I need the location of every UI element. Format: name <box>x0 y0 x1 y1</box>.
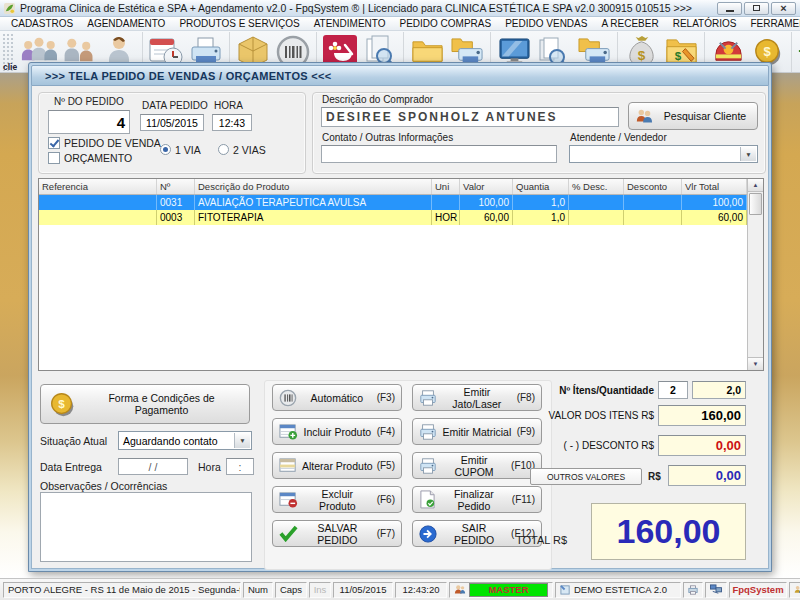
menu-agendamento[interactable]: AGENDAMENTO <box>80 18 172 29</box>
orcamento-checkbox[interactable] <box>48 152 60 164</box>
scrollbar-thumb[interactable] <box>749 193 762 215</box>
col-numero[interactable]: Nº <box>157 179 195 194</box>
scroll-down-icon[interactable]: ▼ <box>748 357 763 370</box>
svg-text:$: $ <box>58 397 65 410</box>
printer-icon <box>419 389 437 407</box>
menubar: CADASTROS AGENDAMENTO PRODUTOS E SERVIÇO… <box>0 17 800 31</box>
payment-coin-icon: $ <box>49 391 76 418</box>
table-scrollbar[interactable]: ▲ ▼ <box>747 179 763 370</box>
col-vlr-total[interactable]: Vlr Total <box>682 179 747 194</box>
window-title: Programa Clinica de Estética e SPA + Age… <box>20 2 713 14</box>
col-quantia[interactable]: Quantia <box>513 179 569 194</box>
document-check-icon <box>419 490 436 509</box>
incluir-produto-button[interactable]: Incluir Produto(F4) <box>272 418 402 445</box>
users-icon <box>794 585 800 594</box>
menu-produtos-servicos[interactable]: PRODUTOS E SERVIÇOS <box>172 18 306 29</box>
order-date-label: DATA PEDIDO <box>142 100 208 111</box>
exit-arrow-icon <box>419 525 437 543</box>
table-remove-icon <box>279 491 298 508</box>
items-quantity-field: 2,0 <box>692 381 746 399</box>
svg-text:$: $ <box>674 49 681 62</box>
minimize-button[interactable] <box>717 2 742 15</box>
observations-label: Observações / Ocorrências <box>40 480 167 492</box>
table-row[interactable]: 0003 FITOTERAPIA HOR 60,00 1,0 60,00 <box>39 210 747 225</box>
outros-rs-label: R$ <box>648 471 661 482</box>
menu-atendimento[interactable]: ATENDIMENTO <box>307 18 393 29</box>
excluir-produto-button[interactable]: Excluir Produto(F6) <box>272 486 402 513</box>
table-row[interactable]: 0031 AVALIAÇÃO TERAPEUTICA AVULSA 100,00… <box>39 195 747 210</box>
menu-relatorios[interactable]: RELATÓRIOS <box>666 18 744 29</box>
col-uni[interactable]: Uni <box>432 179 460 194</box>
close-icon: × <box>780 3 786 13</box>
search-client-button[interactable]: Pesquisar Cliente <box>628 102 758 130</box>
col-referencia[interactable]: Referencia <box>39 179 157 194</box>
menu-a-receber[interactable]: A RECEBER <box>594 18 665 29</box>
window-controls: × <box>717 2 796 15</box>
svg-text:$: $ <box>637 48 645 63</box>
titlebar: Programa Clinica de Estética e SPA + Age… <box>0 0 800 17</box>
alterar-produto-button[interactable]: Alterar Produto(F5) <box>272 452 402 479</box>
salvar-pedido-button[interactable]: SALVAR PEDIDO(F7) <box>272 520 402 547</box>
delivery-date-field[interactable]: / / <box>118 458 188 475</box>
emitir-cupom-button[interactable]: Emitir CUPOM(F10) <box>412 452 542 479</box>
database-icon <box>560 584 571 595</box>
items-value-field: 160,00 <box>658 405 746 426</box>
scroll-up-icon[interactable]: ▲ <box>748 179 763 192</box>
table-header-row: Referencia Nº Descrição do Produto Uni V… <box>39 179 747 195</box>
order-date-field[interactable]: 11/05/2015 <box>140 114 204 131</box>
order-time-field[interactable]: 12:43 <box>212 114 252 131</box>
menu-pedido-compras[interactable]: PEDIDO COMPRAS <box>392 18 498 29</box>
automatico-button[interactable]: Automático(F3) <box>272 384 402 411</box>
finalizar-pedido-button[interactable]: Finalizar Pedido(F11) <box>412 486 542 513</box>
search-client-icon <box>635 108 653 124</box>
status-date: 11/05/2015 <box>333 582 393 598</box>
status-printer <box>683 582 703 598</box>
attendant-label: Atendente / Vendedor <box>570 132 667 143</box>
status-users <box>789 582 800 598</box>
col-descricao[interactable]: Descrição do Produto <box>195 179 432 194</box>
discount-label: ( - ) DESCONTO R$ <box>536 440 654 451</box>
menu-pedido-vendas[interactable]: PEDIDO VENDAS <box>498 18 594 29</box>
network-icon <box>710 584 722 594</box>
status-network <box>705 582 727 598</box>
orcamento-label: ORÇAMENTO <box>64 152 132 164</box>
menu-cadastros[interactable]: CADASTROS <box>4 18 80 29</box>
emitir-matricial-button[interactable]: Emitir Matricial(F9) <box>412 418 542 445</box>
contact-label: Contato / Outras Informações <box>322 132 453 143</box>
observations-textarea[interactable] <box>40 492 252 562</box>
status-database: DEMO ESTETICA 2.0 <box>555 582 681 598</box>
order-window-titlebar[interactable]: >>> TELA PEDIDO DE VENDAS / ORÇAMENTOS <… <box>31 65 769 86</box>
col-valor[interactable]: Valor <box>460 179 513 194</box>
status-location: PORTO ALEGRE - RS 11 de Maio de 2015 - S… <box>3 582 241 598</box>
toolbar-partial-label: clie <box>3 62 17 72</box>
contact-field[interactable] <box>321 145 557 163</box>
payment-conditions-button[interactable]: $ Forma e Condições de Pagamento <box>40 384 250 424</box>
menu-ferramentas[interactable]: FERRAMENTAS <box>743 18 800 29</box>
buyer-name-field[interactable]: DESIREE SPONHOLZ ANTUNES <box>321 107 619 127</box>
order-time-label: HORA <box>214 100 243 111</box>
pedido-venda-checkbox[interactable] <box>48 137 60 149</box>
order-number-label: Nº DO PEDIDO <box>54 96 124 107</box>
restore-icon <box>753 5 760 11</box>
via2-label: 2 VIAS <box>233 144 266 156</box>
buyer-label: Descrição do Comprador <box>322 94 433 105</box>
order-window-title: >>> TELA PEDIDO DE VENDAS / ORÇAMENTOS <… <box>45 70 331 82</box>
col-perc-desc[interactable]: % Desc. <box>569 179 624 194</box>
status-label: Situação Atual <box>40 435 107 447</box>
via1-radio[interactable] <box>160 144 171 155</box>
delivery-time-field[interactable]: : <box>226 458 254 475</box>
app-icon <box>4 3 15 14</box>
via2-radio[interactable] <box>218 144 229 155</box>
close-button[interactable]: × <box>771 2 796 15</box>
restore-button[interactable] <box>744 2 769 15</box>
emitir-jato-laser-button[interactable]: Emitir Jato/Laser(F8) <box>412 384 542 411</box>
order-number-field[interactable]: 4 <box>48 110 130 134</box>
via1-label: 1 VIA <box>175 144 201 156</box>
status-select[interactable]: Aguardando contato ▼ <box>118 431 252 450</box>
outros-valores-button[interactable]: OUTROS VALORES <box>530 468 642 485</box>
order-window-body: Nº DO PEDIDO 4 DATA PEDIDO 11/05/2015 HO… <box>31 86 769 569</box>
status-time: 12:43:20 <box>395 582 447 598</box>
attendant-select[interactable]: ▼ <box>569 145 758 163</box>
order-window: >>> TELA PEDIDO DE VENDAS / ORÇAMENTOS <… <box>28 62 772 572</box>
col-desconto[interactable]: Desconto <box>624 179 682 194</box>
